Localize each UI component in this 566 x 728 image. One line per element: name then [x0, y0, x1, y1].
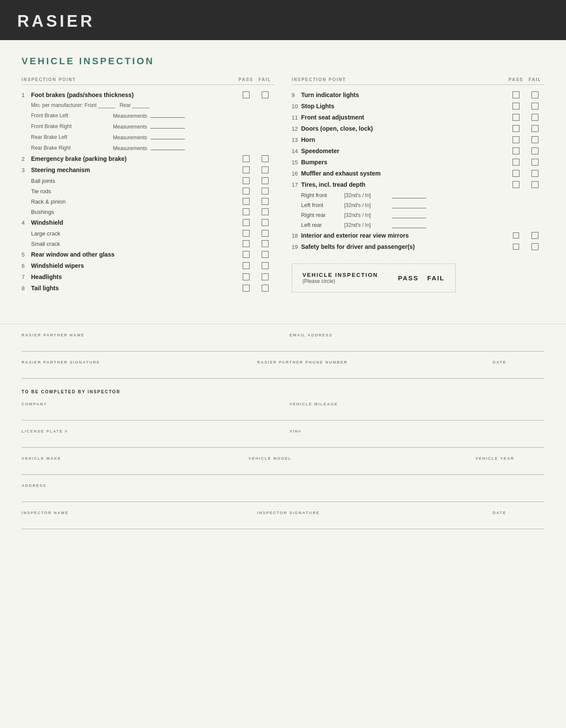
inspection-item-14: 14 Speedometer [292, 145, 545, 157]
item13-fail-checkbox[interactable] [532, 136, 538, 143]
item18-fail-checkbox[interactable] [532, 232, 538, 239]
item7-fail-checkbox[interactable] [262, 273, 269, 280]
vehicle-mileage-label: VEHICLE MILEAGE [290, 402, 545, 406]
email-field: EMAIL ADDRESS [290, 333, 545, 344]
summary-pass-label: PASS [398, 274, 419, 282]
rack-pinion-row: Rack & pinion [22, 196, 275, 207]
vehicle-model-field: VEHICLE MODEL [249, 456, 463, 468]
bushings-row: Bushings [22, 207, 275, 217]
vehicle-year-label: VEHICLE YEAR [475, 456, 544, 461]
rack-pinion-pass[interactable] [243, 198, 250, 205]
item7-pass-checkbox[interactable] [243, 273, 250, 280]
item11-fail-checkbox[interactable] [532, 114, 538, 121]
item16-fail-checkbox[interactable] [532, 170, 538, 177]
address-label: ADDRESS [22, 483, 544, 488]
license-plate-field: LICENSE PLATE # [22, 429, 277, 440]
tire-left-rear: Left rear [32nd's / In] [292, 220, 545, 230]
item2-pass-checkbox[interactable] [243, 155, 250, 162]
item4-pass-checkbox[interactable] [243, 219, 250, 226]
item14-fail-checkbox[interactable] [532, 147, 538, 154]
mfr-row: Min. per manufacturer: Front ______ Rear… [22, 100, 275, 110]
inspection-item-3: 3 Steering mechanism Ball joints Tie rod… [22, 164, 275, 217]
right-col-header: INSPECTION POINT PASS FAIL [292, 77, 545, 85]
vin-field: VIN# [290, 429, 545, 440]
rack-pinion-fail[interactable] [262, 198, 269, 205]
item5-pass-checkbox[interactable] [243, 251, 250, 258]
item14-pass-checkbox[interactable] [513, 147, 519, 154]
small-crack-pass[interactable] [243, 240, 250, 247]
ball-joints-row: Ball joints [22, 176, 275, 186]
tire-right-rear: Right rear [32nd's / In] [292, 210, 545, 220]
item3-pass-checkbox[interactable] [243, 166, 250, 173]
item10-pass-checkbox[interactable] [513, 103, 519, 110]
item2-fail-checkbox[interactable] [262, 155, 269, 162]
partner-name-label: RASIER PARTNER NAME [22, 333, 277, 337]
inspection-item-2: 2 Emergency brake (parking brake) [22, 153, 275, 164]
item9-pass-checkbox[interactable] [513, 91, 519, 98]
right-col-fail-label: FAIL [525, 77, 544, 82]
item6-pass-checkbox[interactable] [243, 262, 250, 269]
large-crack-pass[interactable] [243, 230, 250, 237]
item13-pass-checkbox[interactable] [513, 136, 519, 143]
item12-fail-checkbox[interactable] [532, 125, 538, 132]
form-row-7: INSPECTOR NAME INSPECTOR SIGNATURE DATE [22, 511, 544, 529]
company-title: RASIER [17, 12, 549, 31]
partner-signature-field: RASIER PARTNER SIGNATURE [22, 360, 244, 371]
inspection-item-12: 12 Doors (open, close, lock) [292, 123, 545, 134]
item8-fail-checkbox[interactable] [262, 285, 269, 292]
form-row-4: LICENSE PLATE # VIN# [22, 429, 544, 448]
left-col-header: INSPECTION POINT PASS FAIL [22, 77, 275, 85]
item19-fail-checkbox[interactable] [532, 243, 538, 250]
inspector-date-field: DATE [493, 511, 544, 522]
date-label-1: DATE [493, 360, 544, 364]
form-row-6: ADDRESS [22, 483, 544, 502]
summary-box: VEHICLE INSPECTION (Please circle) PASS … [292, 264, 456, 292]
inspection-grid: INSPECTION POINT PASS FAIL 1 Foot brakes… [22, 77, 544, 294]
item15-pass-checkbox[interactable] [513, 159, 519, 166]
inspection-item-11: 11 Front seat adjustment [292, 112, 545, 123]
form-row-3: COMPANY VEHICLE MILEAGE [22, 402, 544, 420]
item4-fail-checkbox[interactable] [262, 219, 269, 226]
left-col-point-label: INSPECTION POINT [22, 77, 237, 82]
inspection-item-5: 5 Rear window and other glass [22, 249, 275, 260]
item10-fail-checkbox[interactable] [532, 103, 538, 110]
item17-fail-checkbox[interactable] [532, 181, 538, 188]
large-crack-fail[interactable] [262, 230, 269, 237]
form-row-1: RASIER PARTNER NAME EMAIL ADDRESS [22, 333, 544, 351]
vehicle-mileage-field: VEHICLE MILEAGE [290, 402, 545, 413]
form-area: RASIER PARTNER NAME EMAIL ADDRESS RASIER… [0, 324, 566, 542]
item9-fail-checkbox[interactable] [532, 91, 538, 98]
inspection-item-18: 18 Interior and exterior rear view mirro… [292, 230, 545, 241]
item12-pass-checkbox[interactable] [513, 125, 519, 132]
item6-fail-checkbox[interactable] [262, 262, 269, 269]
item1-fail-checkbox[interactable] [262, 91, 269, 98]
bushings-pass[interactable] [243, 208, 250, 215]
summary-title: VEHICLE INSPECTION [303, 272, 385, 278]
small-crack-row: Small crack [22, 238, 275, 249]
tie-rods-fail[interactable] [262, 188, 269, 195]
tie-rods-pass[interactable] [243, 188, 250, 195]
item19-pass-checkbox[interactable] [513, 244, 519, 250]
item17-pass-checkbox[interactable] [513, 181, 519, 188]
vehicle-make-field: VEHICLE MAKE [22, 456, 236, 468]
item5-fail-checkbox[interactable] [262, 251, 269, 258]
inspection-item-16: 16 Muffler and exhaust system [292, 168, 545, 179]
partner-phone-field: RASIER PARTNER PHONE NUMBER [257, 360, 480, 371]
item8-pass-checkbox[interactable] [243, 285, 250, 292]
inspector-name-field: INSPECTOR NAME [22, 511, 244, 522]
item16-pass-checkbox[interactable] [513, 170, 519, 177]
item3-fail-checkbox[interactable] [262, 166, 269, 173]
section-title: VEHICLE INSPECTION [22, 56, 544, 67]
ball-joints-fail[interactable] [262, 177, 269, 184]
bushings-fail[interactable] [262, 208, 269, 215]
item1-pass-checkbox[interactable] [243, 91, 250, 98]
ball-joints-pass[interactable] [243, 177, 250, 184]
summary-subtitle: (Please circle) [303, 278, 385, 284]
summary-fail-label: FAIL [427, 274, 445, 282]
item11-pass-checkbox[interactable] [513, 114, 519, 121]
inspection-item-10: 10 Stop Lights [292, 100, 545, 112]
item18-pass-checkbox[interactable] [513, 232, 519, 238]
inspection-item-1: 1 Foot brakes (pads/shoes thickness) Min… [22, 89, 275, 153]
item15-fail-checkbox[interactable] [532, 159, 538, 166]
small-crack-fail[interactable] [262, 240, 269, 247]
